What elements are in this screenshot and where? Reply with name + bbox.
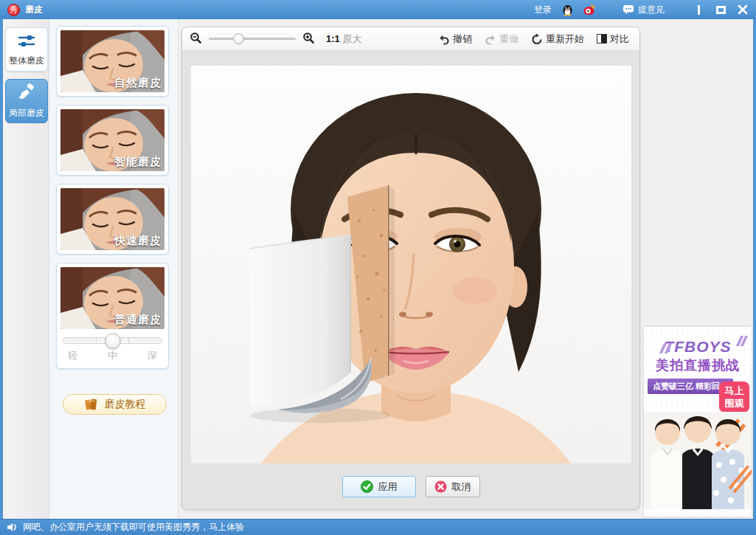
titlebar-right: 登录 [534,3,749,16]
ad-badge[interactable]: 马上 围观 [719,382,749,413]
strength-slider-handle[interactable] [105,333,120,348]
tutorial-button-label: 磨皮教程 [105,398,146,411]
tab-overall-smoothing[interactable]: 整体磨皮 [5,27,48,72]
restart-label: 重新开始 [546,32,584,46]
zoom-in-icon[interactable] [302,32,315,46]
app-body: 整体磨皮 局部磨皮 自然磨皮 [3,19,753,519]
redo-icon [485,33,496,45]
apply-button[interactable]: 应用 [342,476,416,497]
weibo-icon[interactable] [583,3,596,16]
restart-button[interactable]: 重新开始 [531,32,584,46]
mode-tabstrip: 整体磨皮 局部磨皮 [3,19,49,519]
canvas-body: 应用 取消 [182,51,639,510]
cancel-button-label: 取消 [452,480,471,494]
preset-fast[interactable]: 快速磨皮 [56,184,169,255]
tab-overall-label: 整体磨皮 [9,55,44,67]
statusbar-text[interactable]: 网吧、办公室用户无须下载即可使用美图秀秀，马上体验 [23,521,244,534]
zoom-slider-track[interactable] [209,38,296,40]
canvas-panel: 1:1 原大 撤销 [181,27,640,510]
restart-icon [531,33,543,45]
zoom-slider-handle[interactable] [233,33,244,44]
app-logo-icon: 秀 [7,4,20,16]
action-row: 应用 取消 [342,463,480,510]
feedback-label: 提意见 [638,4,665,16]
qq-icon[interactable] [561,3,574,16]
apply-check-icon [361,480,373,493]
preset-normal-label: 普通磨皮 [114,313,162,327]
compare-label: 对比 [610,32,629,46]
preset-fast-thumb: 快速磨皮 [60,188,164,250]
app-window: 秀 磨皮 登录 [0,0,756,535]
tab-partial-label: 局部磨皮 [9,107,44,120]
redo-label: 重做 [499,32,519,46]
speech-bubble-icon [623,4,634,15]
preset-smart-label: 智能磨皮 [114,155,162,169]
undo-icon [438,33,450,45]
zoom-ratio-value: 1:1 [326,33,340,44]
strength-control: 轻 中 深 [60,329,164,365]
speaker-icon [7,522,18,532]
zoom-slider[interactable] [209,32,296,45]
preset-fast-label: 快速磨皮 [114,234,162,248]
main-area: 1:1 原大 撤销 [178,19,753,519]
preset-normal-thumb: 普通磨皮 [60,267,164,329]
strength-slider-track[interactable] [63,337,162,344]
undo-button[interactable]: 撤销 [438,32,472,46]
strength-label-light: 轻 [68,349,77,362]
zoom-out-icon[interactable] [190,32,202,46]
tab-partial-smoothing[interactable]: 局部磨皮 [5,79,48,123]
strength-tick-2 [128,338,129,343]
statusbar: 网吧、办公室用户无须下载即可使用美图秀秀，马上体验 [0,519,756,535]
cancel-x-icon [434,480,447,493]
strength-labels: 轻 中 深 [63,349,162,362]
compare-button[interactable]: 对比 [597,32,629,46]
brush-icon [17,83,36,103]
ad-photo [644,412,752,509]
undo-label: 撤销 [453,32,472,46]
preset-normal[interactable]: 普通磨皮 轻 中 深 [56,263,169,369]
edited-photo[interactable] [191,66,631,463]
window-title: 磨皮 [25,4,43,16]
preset-smart-thumb: 智能磨皮 [60,109,164,171]
books-icon [84,398,98,411]
ad-subtitle: 美拍直播挑战 [644,356,752,374]
login-link[interactable]: 登录 [534,4,552,16]
ad-badge-line2: 围观 [719,397,749,410]
titlebar: 秀 磨皮 登录 [0,0,756,19]
preset-panel: 自然磨皮 智能磨皮 快速磨皮 普通磨皮 [49,19,178,519]
preset-smart[interactable]: 智能磨皮 [56,105,169,176]
feedback-button[interactable]: 提意见 [623,4,665,16]
app-logo-glyph: 秀 [10,4,18,15]
zoom-ratio-suffix: 原大 [342,33,361,44]
ad-banner[interactable]: TFBOYS 美拍直播挑战 点赞破三亿 精彩回放 马上 围观 [644,327,752,517]
tutorial-button[interactable]: 磨皮教程 [63,394,167,415]
titlebar-left: 秀 磨皮 [7,4,43,16]
preset-natural[interactable]: 自然磨皮 [56,26,169,97]
canvas-toolbar: 1:1 原大 撤销 [182,27,639,51]
apply-button-label: 应用 [378,480,398,494]
redo-button[interactable]: 重做 [485,32,519,46]
preset-natural-thumb: 自然磨皮 [60,30,164,92]
cancel-button[interactable]: 取消 [426,476,480,497]
strength-label-deep: 深 [148,349,157,362]
strength-tick-1 [96,338,97,343]
minimize-button[interactable] [693,4,704,15]
ad-badge-line1: 马上 [719,384,749,397]
maximize-button[interactable] [715,4,726,15]
zoom-ratio[interactable]: 1:1 原大 [326,32,361,46]
close-button[interactable] [737,4,749,15]
window-controls [693,4,749,15]
history-tools: 撤销 重做 [438,32,632,46]
sliders-icon [17,32,36,51]
strength-label-medium: 中 [108,349,117,362]
preset-natural-label: 自然磨皮 [114,76,162,90]
compare-icon [597,34,607,44]
